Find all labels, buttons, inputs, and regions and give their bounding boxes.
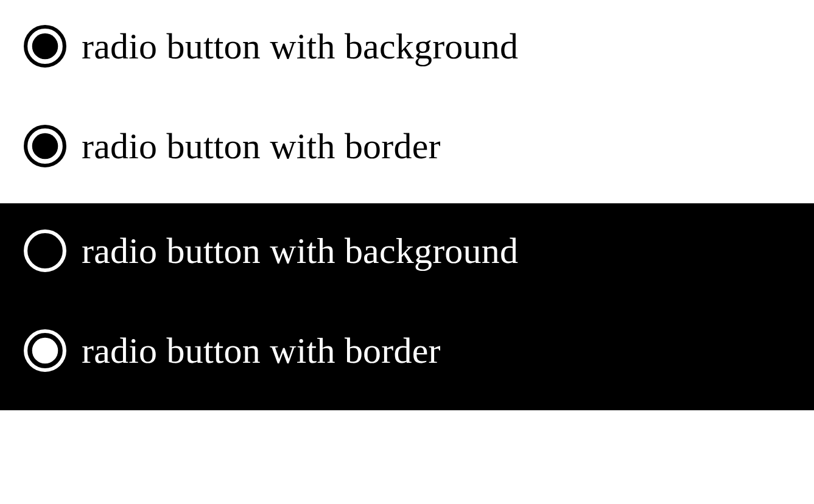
svg-point-3	[32, 133, 58, 159]
radio-row-dark-1[interactable]: radio button with background	[22, 228, 792, 274]
radio-label: radio button with border	[82, 128, 441, 164]
svg-point-5	[32, 238, 58, 264]
radio-label: radio button with background	[82, 233, 518, 269]
radio-row-dark-2[interactable]: radio button with border	[22, 327, 792, 374]
svg-point-7	[32, 338, 58, 364]
radio-icon	[22, 123, 68, 169]
radio-label: radio button with background	[82, 28, 518, 65]
radio-icon	[22, 23, 68, 69]
radio-row-light-2[interactable]: radio button with border	[22, 123, 792, 169]
radio-row-light-1[interactable]: radio button with background	[22, 23, 792, 69]
radio-icon	[22, 228, 68, 274]
light-section: radio button with background radio butto…	[0, 0, 814, 203]
svg-point-1	[32, 33, 58, 60]
svg-point-4	[26, 231, 65, 270]
dark-section: radio button with background radio butto…	[0, 203, 814, 410]
radio-icon	[22, 327, 68, 374]
radio-label: radio button with border	[82, 332, 441, 369]
